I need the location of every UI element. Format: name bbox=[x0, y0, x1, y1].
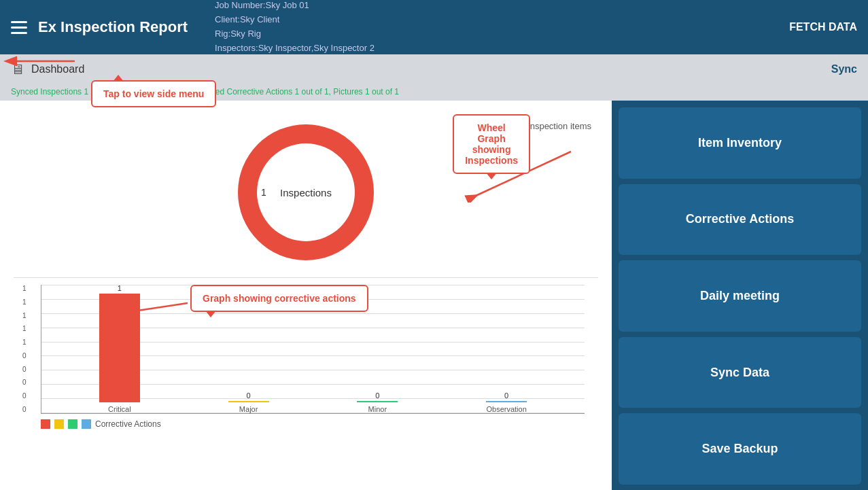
arrow-to-donut-icon bbox=[462, 148, 585, 203]
legend-minor-color bbox=[68, 419, 77, 429]
svg-line-1 bbox=[476, 152, 571, 196]
legend-major-color bbox=[54, 419, 64, 429]
bar-chart-tooltip: Graph showing corrective actions bbox=[190, 285, 368, 312]
bar-observation-bar bbox=[486, 401, 527, 402]
legend-color-box bbox=[514, 122, 523, 131]
hamburger-menu-button[interactable] bbox=[11, 21, 27, 34]
bar-major: 0 Major bbox=[184, 391, 313, 413]
inspectors: Inspectors:Sky Inspector,Sky Inspector 2 bbox=[215, 41, 789, 56]
donut-legend: Inspection items bbox=[514, 121, 591, 131]
bar-chart-legend: Corrective Actions bbox=[41, 419, 591, 429]
y-axis: 1 1 1 1 1 0 0 0 0 0 bbox=[22, 285, 27, 413]
svg-line-5 bbox=[120, 303, 188, 313]
legend-critical-color bbox=[41, 419, 50, 429]
donut-count: 1 bbox=[261, 187, 266, 198]
donut-center-label: Inspections bbox=[280, 187, 332, 198]
left-panel: Wheel Graph showing Inspections Inspecti… bbox=[0, 101, 612, 490]
monitor-icon: 🖥 bbox=[11, 62, 24, 77]
rig-name: Rig:Sky Rig bbox=[215, 27, 789, 41]
bar-observation: 0 Observation bbox=[442, 391, 571, 413]
daily-meeting-button[interactable]: Daily meeting bbox=[619, 260, 861, 332]
right-panel: Item Inventory Corrective Actions Daily … bbox=[612, 101, 868, 490]
bar-minor-bar bbox=[357, 401, 398, 402]
donut-legend-label: Inspection items bbox=[527, 121, 591, 131]
bar-chart-area: Graph showing corrective actions bbox=[7, 278, 605, 441]
save-backup-button[interactable]: Save Backup bbox=[619, 413, 861, 485]
app-header: Ex Inspection Report Job Number:Sky Job … bbox=[0, 0, 868, 54]
item-inventory-button[interactable]: Item Inventory bbox=[619, 107, 861, 179]
donut-chart: Inspections 1 bbox=[231, 118, 381, 267]
sub-header: 🖥 Dashboard Sync bbox=[0, 54, 868, 84]
job-number: Job Number:Sky Job 01 bbox=[215, 0, 789, 13]
legend-observation-color bbox=[82, 419, 91, 429]
app-title: Ex Inspection Report bbox=[38, 18, 188, 36]
dashboard-title: Dashboard bbox=[31, 63, 831, 75]
corrective-actions-button[interactable]: Corrective Actions bbox=[619, 184, 861, 256]
sync-status-line1: Synced Inspections 1 out of 1, Pictures … bbox=[11, 87, 188, 97]
sync-status-bar: Synced Inspections 1 out of 1, Pictures … bbox=[0, 84, 868, 101]
sync-status-line2: Synced Corrective Actions 1 out of 1, Pi… bbox=[197, 87, 399, 97]
arrow-to-bar-icon bbox=[113, 293, 194, 327]
sync-button[interactable]: Sync bbox=[831, 63, 857, 75]
client-name: Client:Sky Client bbox=[215, 13, 789, 27]
bar-minor: 0 Minor bbox=[313, 391, 442, 413]
main-content: Wheel Graph showing Inspections Inspecti… bbox=[0, 101, 868, 490]
bar-legend-label: Corrective Actions bbox=[95, 419, 161, 429]
fetch-data-button[interactable]: FETCH DATA bbox=[789, 21, 857, 33]
donut-chart-area: Wheel Graph showing Inspections Inspecti… bbox=[7, 107, 605, 277]
job-info: Job Number:Sky Job 01 Client:Sky Client … bbox=[215, 0, 789, 56]
bar-major-bar bbox=[228, 401, 269, 402]
sync-data-button[interactable]: Sync Data bbox=[619, 337, 861, 408]
